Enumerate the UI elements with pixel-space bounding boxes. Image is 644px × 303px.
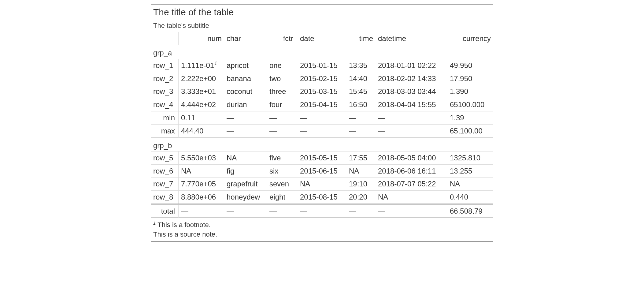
- cell-fctr: —: [267, 124, 298, 137]
- group-label: grp_b: [151, 138, 493, 152]
- cell-char: grapefruit: [224, 178, 267, 191]
- cell-date: 2015-01-15: [298, 59, 346, 72]
- cell-currency: 65,100.00: [447, 124, 493, 137]
- footnote: 1 This is a footnote.: [153, 220, 491, 230]
- cell-date: 2015-08-15: [298, 190, 346, 204]
- cell-date: —: [298, 124, 346, 137]
- grand-summary-stub: total: [151, 204, 178, 218]
- cell-datetime: —: [376, 111, 447, 124]
- footnote-mark: 1: [214, 61, 217, 66]
- cell-time: 13:35: [346, 59, 376, 72]
- cell-time: 15:45: [346, 85, 376, 98]
- cell-datetime: —: [376, 204, 447, 218]
- table-row: row_2 2.222e+00 banana two 2015-02-15 14…: [151, 72, 493, 85]
- cell-num: NA: [178, 164, 224, 178]
- footnote-text: This is a footnote.: [156, 221, 211, 229]
- cell-fctr: one: [267, 59, 298, 72]
- row-stub: row_1: [151, 59, 178, 72]
- grand-summary-row: total — — — — — — 66,508.79: [151, 204, 493, 218]
- cell-char: NA: [224, 152, 267, 165]
- col-num: num: [178, 32, 224, 45]
- row-stub: row_7: [151, 178, 178, 191]
- table-container: The title of the table The table's subti…: [151, 4, 493, 242]
- row-stub: row_8: [151, 190, 178, 204]
- table-row: row_3 3.333e+01 coconut three 2015-03-15…: [151, 85, 493, 98]
- cell-char: coconut: [224, 85, 267, 98]
- cell-num: 4.444e+02: [178, 98, 224, 111]
- stub-header: [151, 32, 178, 45]
- cell-currency: 0.440: [447, 190, 493, 204]
- table-row: row_6 NA fig six 2015-06-15 NA 2018-06-0…: [151, 164, 493, 178]
- cell-currency: 17.950: [447, 72, 493, 85]
- cell-fctr: six: [267, 164, 298, 178]
- cell-num: 8.880e+06: [178, 190, 224, 204]
- cell-currency: 1.39: [447, 111, 493, 124]
- col-date: date: [298, 32, 346, 45]
- cell-currency: 66,508.79: [447, 204, 493, 218]
- cell-fctr: three: [267, 85, 298, 98]
- cell-datetime: 2018-05-05 04:00: [376, 152, 447, 165]
- footnotes-row: 1 This is a footnote. This is a source n…: [151, 218, 493, 241]
- cell-datetime: 2018-04-04 15:55: [376, 98, 447, 111]
- group-label-row: grp_b: [151, 138, 493, 152]
- col-char: char: [224, 32, 267, 45]
- cell-datetime: 2018-02-02 14:33: [376, 72, 447, 85]
- summary-row: min 0.11 — — — — — 1.39: [151, 111, 493, 124]
- col-fctr: fctr: [267, 32, 298, 45]
- cell-time: 16:50: [346, 98, 376, 111]
- cell-currency: 13.255: [447, 164, 493, 178]
- table-row: row_1 1.111e-011 apricot one 2015-01-15 …: [151, 59, 493, 72]
- cell-datetime: NA: [376, 190, 447, 204]
- group-label: grp_a: [151, 45, 493, 59]
- cell-currency: NA: [447, 178, 493, 191]
- source-note: This is a source note.: [153, 230, 491, 239]
- cell-num: 7.770e+05: [178, 178, 224, 191]
- cell-time: —: [346, 124, 376, 137]
- cell-time: 14:40: [346, 72, 376, 85]
- cell-time: —: [346, 204, 376, 218]
- cell-fctr: —: [267, 111, 298, 124]
- cell-fctr: four: [267, 98, 298, 111]
- cell-char: fig: [224, 164, 267, 178]
- cell-num: 5.550e+03: [178, 152, 224, 165]
- cell-datetime: 2018-03-03 03:44: [376, 85, 447, 98]
- cell-date: 2015-02-15: [298, 72, 346, 85]
- cell-datetime: 2018-01-01 02:22: [376, 59, 447, 72]
- row-stub: row_4: [151, 98, 178, 111]
- cell-datetime: 2018-07-07 05:22: [376, 178, 447, 191]
- cell-time: 17:55: [346, 152, 376, 165]
- row-stub: row_2: [151, 72, 178, 85]
- cell-num: 3.333e+01: [178, 85, 224, 98]
- summary-row: max 444.40 — — — — — 65,100.00: [151, 124, 493, 137]
- table-row: row_8 8.880e+06 honeydew eight 2015-08-1…: [151, 190, 493, 204]
- table-row: row_7 7.770e+05 grapefruit seven NA 19:1…: [151, 178, 493, 191]
- cell-char: —: [224, 111, 267, 124]
- cell-fctr: five: [267, 152, 298, 165]
- cell-currency: 65100.000: [447, 98, 493, 111]
- cell-currency: 49.950: [447, 59, 493, 72]
- cell-datetime: 2018-06-06 16:11: [376, 164, 447, 178]
- cell-num: 1.111e-011: [178, 59, 224, 72]
- col-time: time: [346, 32, 376, 45]
- cell-num: 2.222e+00: [178, 72, 224, 85]
- cell-date: 2015-06-15: [298, 164, 346, 178]
- summary-stub: min: [151, 111, 178, 124]
- cell-date: 2015-05-15: [298, 152, 346, 165]
- cell-time: NA: [346, 164, 376, 178]
- cell-currency: 1325.810: [447, 152, 493, 165]
- summary-stub: max: [151, 124, 178, 137]
- cell-currency: 1.390: [447, 85, 493, 98]
- cell-char: durian: [224, 98, 267, 111]
- cell-time: 19:10: [346, 178, 376, 191]
- cell-char: —: [224, 204, 267, 218]
- table-title: The title of the table: [151, 4, 493, 20]
- group-label-row: grp_a: [151, 45, 493, 59]
- cell-fctr: seven: [267, 178, 298, 191]
- row-stub: row_3: [151, 85, 178, 98]
- cell-char: —: [224, 124, 267, 137]
- cell-num: 444.40: [178, 124, 224, 137]
- table-row: row_4 4.444e+02 durian four 2015-04-15 1…: [151, 98, 493, 111]
- footnote-mark: 1: [153, 220, 156, 226]
- cell-fctr: eight: [267, 190, 298, 204]
- table-subtitle: The table's subtitle: [151, 20, 493, 32]
